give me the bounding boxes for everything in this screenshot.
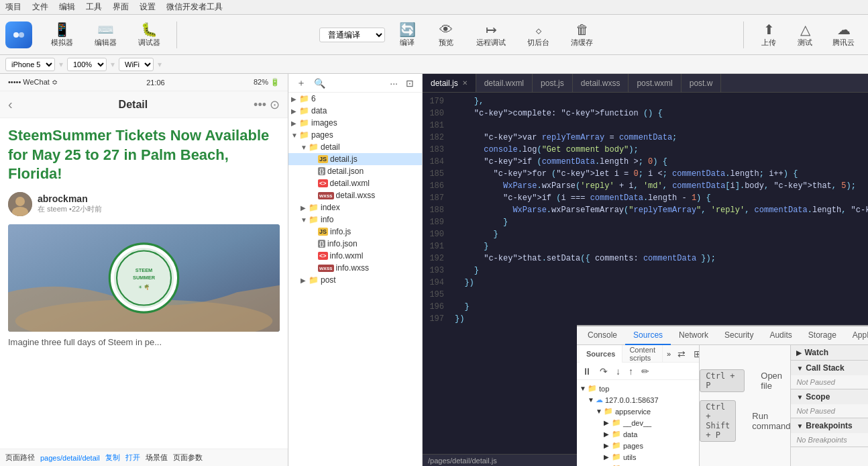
- line-number-193: 193: [428, 265, 444, 277]
- subtab-more[interactable]: »: [663, 350, 675, 358]
- subtab-content-scripts[interactable]: Content scripts: [622, 345, 663, 363]
- upload-button[interactable]: ⬆ 上传: [752, 19, 785, 50]
- zoom-select[interactable]: 100%: [67, 58, 107, 71]
- breakpoints-label: Breakpoints: [806, 421, 852, 430]
- copy-button[interactable]: 复制: [105, 453, 120, 463]
- sync-button[interactable]: ⇄: [675, 348, 688, 359]
- tree-item-index[interactable]: ▶📁index: [288, 201, 422, 214]
- shortcut-key-open: Ctrl + P: [700, 369, 745, 392]
- code-line-193: }: [455, 265, 863, 277]
- menu-interface[interactable]: 界面: [113, 1, 129, 13]
- editor-tabs: detail.js✕detail.wxmlpost.jsdetail.wxssp…: [423, 74, 868, 93]
- src-item-appservice[interactable]: ▼📁appservice: [577, 406, 699, 417]
- line-number-192: 192: [428, 252, 444, 265]
- more-options-button[interactable]: ···: [387, 77, 400, 90]
- tab-detail-wxss[interactable]: detail.wxss: [573, 74, 629, 93]
- tab-sources[interactable]: Sources: [625, 326, 671, 345]
- phone-nav-actions[interactable]: ••• ⊙: [254, 97, 280, 112]
- open-button[interactable]: 打开: [125, 453, 140, 463]
- src-item-data[interactable]: ▶📁data: [577, 428, 699, 440]
- test-button[interactable]: △ 测试: [788, 19, 822, 50]
- tree-item-info.wxml[interactable]: <>info.wxml: [288, 250, 422, 262]
- watch-section: ▶ Watch: [791, 345, 868, 361]
- tree-item-info.json[interactable]: {}info.json: [288, 238, 422, 250]
- scope-section: ▼ Scope Not Paused: [791, 389, 868, 418]
- phone-screen: ••••• WeChat ≎ 21:06 82% 🔋 ‹ Detail ••• …: [0, 74, 288, 449]
- simulator-button[interactable]: 📱 模拟器: [43, 19, 81, 50]
- compile-select[interactable]: 普通编译: [319, 28, 385, 42]
- tree-item-detail.json[interactable]: {}detail.json: [288, 165, 422, 177]
- menu-tools[interactable]: 工具: [86, 1, 102, 13]
- step-into-button[interactable]: ↓: [613, 365, 623, 378]
- tab-network[interactable]: Network: [671, 326, 716, 345]
- src-item-pages[interactable]: ▶📁pages: [577, 440, 699, 451]
- tree-item-detail.wxml[interactable]: <>detail.wxml: [288, 177, 422, 189]
- add-file-button[interactable]: ＋: [294, 76, 309, 91]
- src-item-utils[interactable]: ▶📁utils: [577, 451, 699, 463]
- debugger-label: 调试器: [138, 38, 160, 48]
- pause-button[interactable]: ⏸: [580, 365, 594, 378]
- tree-item-detail.js[interactable]: JSdetail.js: [288, 153, 422, 165]
- code-line-190: }: [455, 228, 863, 240]
- phone-back-button[interactable]: ‹: [8, 97, 13, 112]
- deactivate-breakpoints-button[interactable]: ✏: [639, 365, 652, 378]
- tab-post-wxml[interactable]: post.wxml: [629, 74, 681, 93]
- src-item-top[interactable]: ▼📁top: [577, 383, 699, 394]
- main-layout: ••••• WeChat ≎ 21:06 82% 🔋 ‹ Detail ••• …: [0, 74, 868, 466]
- tab-post-js[interactable]: post.js: [533, 74, 573, 93]
- device-select[interactable]: iPhone 5 iPhone: [5, 58, 55, 71]
- src-item-127-0-0-1-58637[interactable]: ▼☁127.0.0.1:58637: [577, 394, 699, 406]
- tree-item-info.js[interactable]: JSinfo.js: [288, 226, 422, 238]
- debugger-button[interactable]: 🐛 调试器: [130, 19, 168, 50]
- tree-item-detail[interactable]: ▼📁detail: [288, 141, 422, 153]
- tab-close[interactable]: ✕: [462, 79, 468, 87]
- tree-item-pages[interactable]: ▼📁pages: [288, 129, 422, 141]
- tree-item-post[interactable]: ▶📁post: [288, 274, 422, 286]
- code-line-189: }: [455, 216, 863, 228]
- tree-item-images[interactable]: ▶📁images: [288, 117, 422, 129]
- editor-button[interactable]: ⌨️ 编辑器: [87, 19, 125, 50]
- tab-security[interactable]: Security: [716, 326, 761, 345]
- tree-item-data[interactable]: ▶📁data: [288, 105, 422, 117]
- menu-project[interactable]: 项目: [5, 1, 21, 13]
- cloud-button[interactable]: ☁ 腾讯云: [824, 19, 863, 50]
- tab-detail-js[interactable]: detail.js✕: [423, 74, 476, 93]
- menu-file[interactable]: 文件: [32, 1, 48, 13]
- step-out-button[interactable]: ↑: [626, 365, 636, 378]
- src-item-wxParse[interactable]: ▶📁wxParse: [577, 463, 699, 466]
- scope-header[interactable]: ▼ Scope: [791, 389, 868, 404]
- call-stack-header[interactable]: ▼ Call Stack: [791, 361, 868, 375]
- subtab-sources[interactable]: Sources: [580, 345, 622, 363]
- call-stack-arrow: ▼: [796, 365, 803, 372]
- tab-appdata[interactable]: AppData: [845, 326, 868, 345]
- tree-item-info[interactable]: ▼📁info: [288, 214, 422, 226]
- tree-item-detail.wxss[interactable]: wxssdetail.wxss: [288, 189, 422, 201]
- menu-settings[interactable]: 设置: [140, 1, 156, 13]
- avatar: [8, 192, 32, 216]
- tab-audits[interactable]: Audits: [761, 326, 800, 345]
- page-params-label: 页面参数: [173, 453, 203, 463]
- compile-button[interactable]: 🔄 编译: [390, 19, 424, 50]
- tab-console[interactable]: Console: [580, 326, 625, 345]
- src-item-__dev__[interactable]: ▶📁__dev__: [577, 417, 699, 428]
- tab-post-w[interactable]: post.w: [682, 74, 722, 93]
- tree-item-6[interactable]: ▶📁6: [288, 93, 422, 105]
- path-value[interactable]: pages/detail/detail: [40, 454, 100, 462]
- tab-storage[interactable]: Storage: [800, 326, 845, 345]
- search-button[interactable]: 🔍: [311, 77, 328, 90]
- menu-wechat-devtools[interactable]: 微信开发者工具: [166, 1, 223, 13]
- tab-detail-wxml[interactable]: detail.wxml: [476, 74, 533, 93]
- breakpoints-header[interactable]: ▼ Breakpoints: [791, 418, 868, 433]
- tree-item-info.wxss[interactable]: wxssinfo.wxss: [288, 262, 422, 274]
- remote-debug-button[interactable]: ↦ 远程调试: [468, 19, 514, 50]
- preview-button[interactable]: 👁 预览: [429, 19, 463, 50]
- network-select[interactable]: WiFi: [119, 58, 154, 71]
- breakpoints-section: ▼ Breakpoints No Breakpoints: [791, 418, 868, 447]
- watch-header[interactable]: ▶ Watch: [791, 345, 868, 360]
- cut-background-button[interactable]: ⬦ 切后台: [519, 19, 557, 50]
- menu-edit[interactable]: 编辑: [59, 1, 75, 13]
- collapse-button[interactable]: ⊡: [403, 77, 417, 90]
- expand-panel-button[interactable]: ⊞: [691, 348, 700, 359]
- step-over-button[interactable]: ↷: [597, 365, 610, 378]
- clear-cache-button[interactable]: 🗑 清缓存: [563, 19, 601, 50]
